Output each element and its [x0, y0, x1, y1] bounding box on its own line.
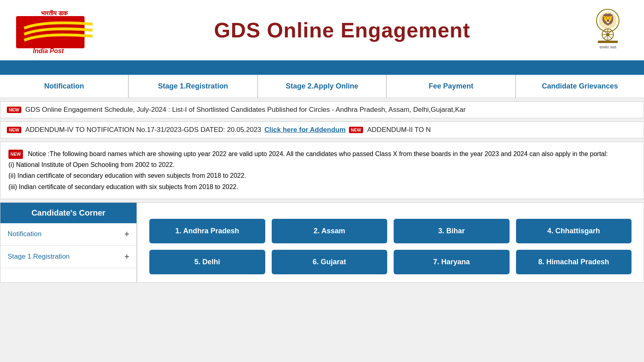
notice-box: NEW Notice :The following board names wh…: [0, 142, 644, 199]
header: भारतीय डाक डाक सेवा–जन सेवा India Post D…: [0, 0, 644, 63]
header-title: GDS Online Engagement: [101, 18, 584, 42]
ticker-link-2[interactable]: Click here for Addendum: [264, 126, 346, 134]
state-btn-haryana[interactable]: 7. Haryana: [394, 250, 510, 274]
sidebar: Candidate's Corner Notification + Stage …: [0, 202, 137, 283]
ashoka-emblem-icon: 🦁 सत्यमेव जयते: [590, 6, 626, 51]
sidebar-stage1-plus: +: [124, 252, 129, 261]
ticker-prefix-2: ADDENDUM-IV TO NOTIFICATION No.17-31/202…: [25, 126, 261, 134]
notice-line-2: (ii) Indian certificate of secondary edu…: [8, 172, 246, 179]
new-badge-2: NEW: [7, 127, 21, 133]
notice-badge: NEW: [8, 150, 23, 159]
emblem-area: 🦁 सत्यमेव जयते: [584, 6, 632, 54]
content-panel: 1. Andhra Pradesh 2. Assam 3. Bihar 4. C…: [137, 202, 644, 283]
ticker-row-1: NEW GDS Online Engagement Schedule, July…: [0, 101, 644, 118]
nav-grievances[interactable]: Candidate Grievances: [516, 75, 644, 98]
state-btn-himachal-pradesh[interactable]: 8. Himachal Pradesh: [516, 250, 632, 274]
svg-text:India Post: India Post: [33, 47, 64, 54]
ticker-suffix-2: ADDENDUM-II TO N: [367, 126, 431, 134]
sidebar-item-stage1[interactable]: Stage 1.Registration +: [0, 246, 136, 268]
state-btn-delhi[interactable]: 5. Delhi: [149, 250, 265, 274]
state-btn-chhattisgarh[interactable]: 4. Chhattisgarh: [516, 219, 632, 243]
top-blue-bar: [0, 63, 644, 75]
nav-bar: Notification Stage 1.Registration Stage …: [0, 75, 644, 98]
sidebar-notification-plus: +: [124, 230, 129, 239]
state-btn-assam[interactable]: 2. Assam: [272, 219, 388, 243]
ticker-row-2: NEW ADDENDUM-IV TO NOTIFICATION No.17-31…: [0, 121, 644, 138]
logo-area: भारतीय डाक डाक सेवा–जन सेवा India Post D…: [12, 4, 101, 56]
sidebar-stage1-label: Stage 1.Registration: [8, 253, 70, 261]
nav-fee[interactable]: Fee Payment: [387, 75, 516, 98]
svg-rect-14: [598, 41, 618, 43]
nav-notification[interactable]: Notification: [0, 75, 129, 98]
svg-text:सत्यमेव जयते: सत्यमेव जयते: [599, 45, 617, 49]
states-grid: 1. Andhra Pradesh 2. Assam 3. Bihar 4. C…: [149, 219, 632, 274]
svg-text:भारतीय डाक: भारतीय डाक: [41, 10, 68, 16]
sidebar-item-notification[interactable]: Notification +: [0, 223, 136, 246]
main-wrapper: Candidate's Corner Notification + Stage …: [0, 202, 644, 283]
nav-stage2[interactable]: Stage 2.Apply Online: [258, 75, 387, 98]
notice-line-3: (iii) Indian certificate of secondary ed…: [8, 183, 238, 190]
state-btn-gujarat[interactable]: 6. Gujarat: [272, 250, 388, 274]
notice-line-1: (i) National Institute of Open Schooling…: [8, 161, 175, 168]
ticker-text-1: GDS Online Engagement Schedule, July-202…: [25, 106, 466, 114]
notice-line-0: Notice :The following board names which …: [28, 150, 608, 157]
india-post-logo: भारतीय डाक डाक सेवा–जन सेवा India Post D…: [12, 4, 101, 56]
state-btn-bihar[interactable]: 3. Bihar: [394, 219, 510, 243]
sidebar-notification-label: Notification: [8, 230, 41, 238]
new-badge-1: NEW: [7, 107, 21, 113]
svg-text:डाक सेवा–जन सेवा: डाक सेवा–जन सेवा: [40, 18, 68, 23]
new-badge-2b: NEW: [349, 127, 363, 133]
svg-text:Dak Sewa-Jan Sewa: Dak Sewa-Jan Sewa: [31, 56, 65, 56]
state-btn-andhra-pradesh[interactable]: 1. Andhra Pradesh: [149, 219, 265, 243]
svg-text:🦁: 🦁: [601, 13, 615, 26]
sidebar-header: Candidate's Corner: [0, 203, 136, 223]
nav-stage1[interactable]: Stage 1.Registration: [129, 75, 258, 98]
